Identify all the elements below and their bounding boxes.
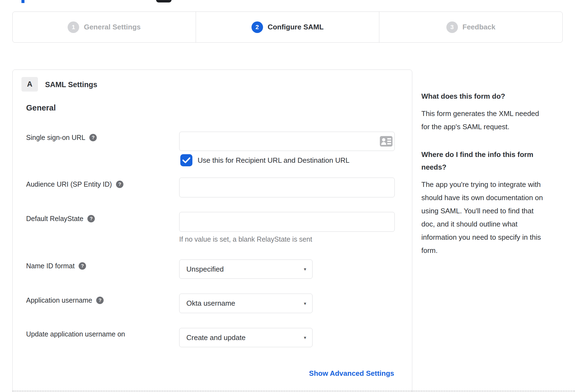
app-username-label: Application username — [26, 296, 92, 304]
step-3-label: Feedback — [463, 23, 496, 31]
audience-uri-label-row: Audience URI (SP Entity ID) ? — [26, 180, 123, 188]
chevron-down-icon: ▾ — [304, 300, 306, 306]
step-1-number-badge: 1 — [68, 21, 79, 33]
audience-uri-help-icon[interactable]: ? — [116, 181, 123, 188]
cutoff-blue-mark — [21, 0, 24, 3]
update-username-select[interactable]: Create and update ▾ — [179, 328, 313, 347]
update-username-value: Create and update — [186, 333, 245, 342]
name-id-format-select[interactable]: Unspecified ▾ — [179, 260, 313, 279]
checkmark-icon — [183, 157, 190, 163]
audience-uri-input[interactable] — [179, 178, 395, 197]
app-username-help-icon[interactable]: ? — [96, 297, 104, 304]
step-general-settings[interactable]: 1 General Settings — [13, 12, 196, 42]
sso-url-input[interactable] — [179, 132, 395, 151]
help-q1-heading: What does this form do? — [421, 90, 563, 103]
advanced-section-dashed-divider — [12, 391, 575, 391]
step-feedback[interactable]: 3 Feedback — [379, 12, 562, 42]
saml-settings-panel: A SAML Settings General Single sign-on U… — [12, 70, 412, 392]
step-1-label: General Settings — [84, 23, 141, 31]
contact-card-icon[interactable] — [380, 136, 392, 147]
step-2-label: Configure SAML — [268, 23, 324, 31]
chevron-down-icon: ▾ — [304, 335, 306, 341]
recipient-url-checkbox-label[interactable]: Use this for Recipient URL and Destinati… — [198, 156, 350, 165]
sso-url-label-row: Single sign-on URL ? — [26, 134, 97, 142]
name-id-format-value: Unspecified — [186, 265, 224, 274]
relaystate-helper-text: If no value is set, a blank RelayState i… — [179, 235, 312, 243]
audience-uri-label: Audience URI (SP Entity ID) — [26, 180, 112, 188]
name-id-format-label-row: Name ID format ? — [26, 262, 86, 270]
help-q1-body: This form generates the XML needed for t… — [421, 107, 563, 133]
relaystate-help-icon[interactable]: ? — [87, 215, 95, 222]
update-username-label-row: Update application username on — [26, 330, 125, 338]
update-username-label: Update application username on — [26, 330, 125, 338]
recipient-url-checkbox[interactable] — [180, 154, 192, 166]
app-username-value: Okta username — [186, 299, 235, 308]
app-username-label-row: Application username ? — [26, 296, 104, 304]
chevron-down-icon: ▾ — [304, 266, 306, 272]
help-q2-body: The app you're trying to integrate with … — [421, 178, 563, 257]
recipient-url-checkbox-row: Use this for Recipient URL and Destinati… — [180, 154, 350, 166]
step-configure-saml[interactable]: 2 Configure SAML — [196, 12, 379, 42]
step-3-number-badge: 3 — [446, 21, 458, 33]
help-q2-heading: Where do I find the info this form needs… — [421, 148, 563, 173]
cutoff-title-descender — [156, 0, 172, 2]
relaystate-label-row: Default RelayState ? — [26, 215, 95, 223]
panel-title: SAML Settings — [45, 81, 97, 89]
step-2-number-badge: 2 — [251, 21, 263, 33]
relaystate-input[interactable] — [179, 212, 395, 232]
name-id-format-label: Name ID format — [26, 262, 74, 270]
sso-url-help-icon[interactable]: ? — [89, 134, 97, 141]
section-a-badge: A — [21, 77, 38, 92]
relaystate-label: Default RelayState — [26, 215, 83, 223]
help-sidebar: What does this form do? This form genera… — [421, 90, 563, 257]
app-username-select[interactable]: Okta username ▾ — [179, 294, 313, 313]
name-id-format-help-icon[interactable]: ? — [79, 262, 86, 270]
group-title-general: General — [26, 103, 56, 112]
show-advanced-settings-link[interactable]: Show Advanced Settings — [309, 369, 394, 378]
sso-url-label: Single sign-on URL — [26, 134, 85, 142]
wizard-stepper: 1 General Settings 2 Configure SAML 3 Fe… — [12, 12, 563, 43]
